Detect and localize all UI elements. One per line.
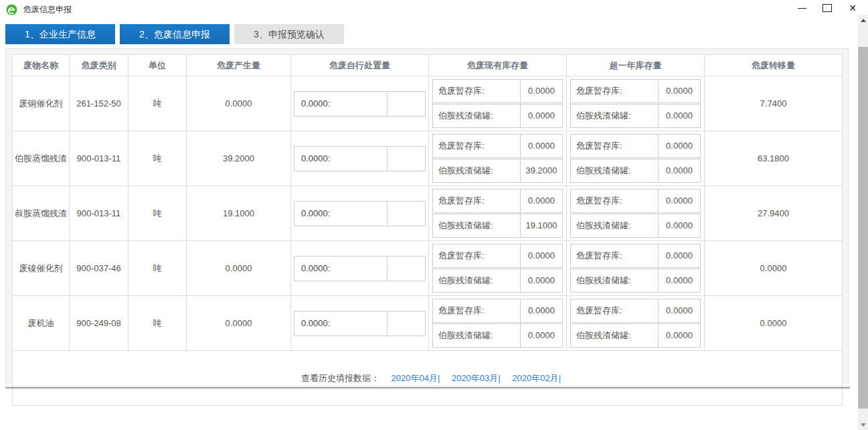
warehouse-value: 0.0000	[520, 299, 562, 322]
waste-name-cell: 叔胺蒸馏残渣	[13, 186, 70, 241]
warehouse-value: 0.0000	[658, 244, 700, 267]
title-bar: 危废信息申报 ✕	[0, 0, 868, 19]
warehouse-label: 危废暂存库:	[433, 190, 520, 212]
stock-row-tank: 伯胺残渣储罐: 19.1000	[432, 214, 563, 238]
column-header-transfer-amount: 危废转移量	[705, 55, 843, 76]
table-row: 叔胺蒸馏残渣 900-013-11 吨 19.1000 0.0000: 危废	[13, 186, 843, 241]
over-one-year-stock-cell: 危废暂存库: 0.0000 伯胺残渣储罐: 0.0000	[567, 131, 705, 186]
transfer-amount-cell: 0.0000	[705, 241, 843, 296]
generated-amount-cell: 0.0000	[187, 241, 291, 296]
tank-label: 伯胺残渣储罐:	[571, 214, 658, 237]
self-disposal-cell: 0.0000:	[291, 186, 429, 241]
warehouse-label: 危废暂存库:	[433, 135, 520, 157]
self-disposal-input[interactable]: 0.0000:	[294, 201, 387, 226]
generated-amount-cell: 19.1000	[187, 186, 291, 241]
stock-row-warehouse: 危废暂存库: 0.0000	[432, 244, 563, 268]
tank-label: 伯胺残渣储罐:	[433, 104, 520, 127]
transfer-amount-cell: 63.1800	[705, 131, 843, 186]
stock-row-tank: 伯胺残渣储罐: 39.2000	[432, 159, 563, 183]
self-disposal-input[interactable]: 0.0000:	[294, 256, 387, 281]
warehouse-label: 危废暂存库:	[433, 299, 520, 322]
unit-cell: 吨	[128, 131, 187, 186]
history-link-2020-03[interactable]: 2020年03月|	[452, 373, 501, 383]
window-title: 危废信息申报	[23, 4, 72, 15]
tank-value: 39.2000	[520, 159, 562, 182]
unit-cell: 吨	[128, 186, 187, 241]
history-cell: 查看历史填报数据： 2020年04月| 2020年03月| 2020年02月|	[13, 351, 843, 406]
tank-label: 伯胺残渣储罐:	[433, 159, 520, 182]
waste-category-cell: 900-249-08	[70, 296, 128, 351]
app-logo-icon	[6, 4, 17, 15]
warehouse-value: 0.0000	[658, 190, 700, 212]
waste-category-cell: 900-037-46	[70, 241, 128, 296]
unit-cell: 吨	[128, 76, 187, 131]
column-header-current-stock: 危废现有库存量	[429, 55, 567, 76]
self-disposal-extra-input[interactable]	[387, 146, 426, 171]
history-link-2020-02[interactable]: 2020年02月|	[512, 373, 561, 383]
tank-label: 伯胺残渣储罐:	[433, 324, 520, 347]
tank-value: 0.0000	[520, 324, 562, 347]
column-header-waste-category: 危废类别	[70, 55, 128, 76]
warehouse-label: 危废暂存库:	[571, 299, 658, 322]
history-label: 查看历史填报数据：	[301, 373, 379, 383]
close-button[interactable]: ✕	[840, 1, 865, 15]
scrollbar-thumb[interactable]	[858, 47, 868, 409]
minimize-button[interactable]	[789, 1, 814, 15]
self-disposal-extra-input[interactable]	[387, 91, 426, 117]
self-disposal-extra-input[interactable]	[387, 311, 426, 336]
vertical-scrollbar[interactable]	[858, 15, 868, 430]
tank-value: 0.0000	[520, 104, 562, 127]
transfer-amount-cell: 0.0000	[705, 296, 843, 351]
column-header-over-one-year-stock: 超一年库存量	[567, 55, 705, 76]
tab-hazardous-waste-declaration[interactable]: 2、危废信息申报	[120, 24, 230, 44]
self-disposal-input[interactable]: 0.0000:	[294, 311, 387, 336]
warehouse-value: 0.0000	[658, 299, 700, 322]
bottom-divider-light	[5, 386, 850, 386]
stock-row-warehouse: 危废暂存库: 0.0000	[570, 189, 701, 213]
scrollbar-up-arrow-icon[interactable]	[858, 15, 868, 25]
stock-row-tank: 伯胺残渣储罐: 0.0000	[570, 214, 701, 238]
self-disposal-input[interactable]: 0.0000:	[294, 91, 387, 117]
generated-amount-cell: 0.0000	[187, 76, 291, 131]
warehouse-value: 0.0000	[520, 135, 562, 157]
tab-declaration-preview-confirm[interactable]: 3、申报预览确认	[234, 24, 344, 44]
column-header-waste-name: 废物名称	[13, 55, 70, 76]
over-one-year-stock-cell: 危废暂存库: 0.0000 伯胺残渣储罐: 0.0000	[567, 241, 705, 296]
stock-row-warehouse: 危废暂存库: 0.0000	[432, 134, 563, 158]
generated-amount-cell: 39.2000	[187, 131, 291, 186]
self-disposal-extra-input[interactable]	[387, 256, 426, 281]
transfer-amount-cell: 7.7400	[705, 76, 843, 131]
stock-row-tank: 伯胺残渣储罐: 0.0000	[570, 104, 701, 128]
stock-row-warehouse: 危废暂存库: 0.0000	[570, 134, 701, 158]
stock-row-tank: 伯胺残渣储罐: 0.0000	[432, 269, 563, 293]
tank-value: 0.0000	[520, 269, 562, 292]
bottom-divider	[5, 387, 850, 388]
column-header-generated-amount: 危废产生量	[187, 55, 291, 76]
self-disposal-input[interactable]: 0.0000:	[294, 146, 387, 171]
table-row: 废机油 900-249-08 吨 0.0000 0.0000: 危废暂存库:	[13, 296, 843, 351]
stock-row-tank: 伯胺残渣储罐: 0.0000	[570, 269, 701, 293]
warehouse-label: 危废暂存库:	[571, 190, 658, 212]
waste-name-cell: 废铜催化剂	[13, 76, 70, 131]
warehouse-label: 危废暂存库:	[433, 80, 520, 102]
declaration-panel: 废物名称 危废类别 单位 危废产生量 危废自行处置量 危废现有库存量 超一年库存…	[5, 48, 849, 383]
tank-value: 0.0000	[658, 159, 700, 182]
warehouse-label: 危废暂存库:	[571, 244, 658, 267]
self-disposal-cell: 0.0000:	[291, 296, 429, 351]
scrollbar-down-arrow-icon[interactable]	[858, 419, 868, 430]
tank-label: 伯胺残渣储罐:	[571, 159, 658, 182]
current-stock-cell: 危废暂存库: 0.0000 伯胺残渣储罐: 19.1000	[429, 186, 567, 241]
self-disposal-cell: 0.0000:	[291, 241, 429, 296]
self-disposal-extra-input[interactable]	[387, 201, 426, 226]
tank-label: 伯胺残渣储罐:	[433, 269, 520, 292]
tab-enterprise-production-info[interactable]: 1、企业生产信息	[5, 24, 115, 44]
waste-name-cell: 废镍催化剂	[13, 241, 70, 296]
current-stock-cell: 危废暂存库: 0.0000 伯胺残渣储罐: 0.0000	[429, 76, 567, 131]
maximize-button[interactable]	[814, 1, 840, 15]
warehouse-label: 危废暂存库:	[433, 244, 520, 267]
table-row: 废铜催化剂 261-152-50 吨 0.0000 0.0000: 危废暂存	[13, 76, 843, 131]
waste-table: 废物名称 危废类别 单位 危废产生量 危废自行处置量 危废现有库存量 超一年库存…	[12, 54, 843, 406]
history-link-2020-04[interactable]: 2020年04月|	[392, 373, 440, 383]
app-window: 危废信息申报 ✕ 1、企业生产信息 2、危废信息申报 3、申报预览确认 废物名称…	[0, 0, 868, 430]
warehouse-value: 0.0000	[658, 135, 700, 157]
